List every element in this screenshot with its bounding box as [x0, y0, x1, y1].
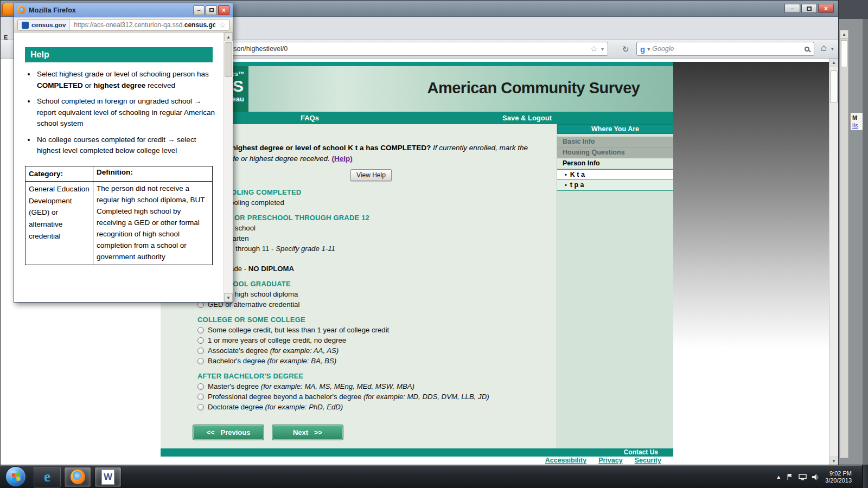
url-dropdown-icon[interactable]: ▾: [601, 46, 604, 52]
sidebar-title: Where You Are: [557, 124, 673, 134]
action-center-flag-icon[interactable]: [787, 473, 793, 480]
nav-faqs[interactable]: FAQs: [301, 114, 319, 122]
next-button[interactable]: Next >>: [272, 425, 343, 440]
word-icon: W: [101, 470, 114, 485]
maximize-button[interactable]: [801, 4, 817, 13]
main-scrollbar[interactable]: ▲ ▼: [829, 59, 838, 465]
census-favicon: [22, 22, 29, 29]
search-icon[interactable]: [805, 47, 809, 52]
popup-title: Mozilla Firefox: [29, 7, 190, 14]
popup-url-row: census.gov https://acs-oneal312.centurio…: [14, 17, 233, 33]
scroll-down-icon[interactable]: ▼: [829, 457, 838, 465]
answer-option: Master's degree (for example: MA, MS, ME…: [197, 382, 557, 390]
popup-scroll-thumb[interactable]: [225, 42, 232, 77]
help-table-row: General Education Development (GED) or a…: [25, 182, 213, 265]
bullet-icon: •: [565, 180, 567, 190]
table-header-definition: Definition:: [93, 166, 213, 182]
site-identity-chip[interactable]: census.gov: [18, 20, 70, 30]
previous-button[interactable]: << Previous: [193, 425, 264, 440]
show-desktop-button[interactable]: [862, 465, 868, 488]
radio-button[interactable]: [197, 358, 204, 364]
internet-explorer-icon: e: [44, 468, 50, 485]
taskbar-internet-explorer[interactable]: e: [34, 467, 61, 487]
view-help-button[interactable]: View Help: [350, 169, 392, 181]
sidebar-item-label: Basic Info: [563, 137, 595, 147]
answer-option: Grade 1 through 11 - Specify grade 1-11: [197, 245, 557, 253]
footer-links: AccessibilityPrivacySecurity: [161, 457, 673, 465]
scroll-up-icon[interactable]: ▲: [829, 59, 838, 67]
header-fade-image: [673, 62, 829, 348]
start-button[interactable]: [5, 466, 26, 487]
option-label: Master's degree (for example: MA, MS, ME…: [208, 382, 414, 390]
help-popup-window: Mozilla Firefox – × census.gov https://a…: [14, 3, 233, 303]
help-table: Category: Definition: General Education …: [25, 166, 213, 265]
sidebar-item[interactable]: Basic Info: [557, 137, 673, 147]
category-cell: General Education Development (GED) or a…: [25, 182, 93, 265]
taskbar: e W ▲ 9:02 PM 3/20/2013: [0, 465, 868, 488]
search-engine-caret-icon[interactable]: ▾: [647, 46, 650, 52]
nav-save-logout[interactable]: Save & Logout: [502, 114, 552, 122]
network-icon[interactable]: [799, 474, 807, 480]
site-identity-label: census.gov: [31, 22, 66, 28]
clock-date: 3/20/2013: [825, 477, 852, 484]
popup-minimize-button[interactable]: –: [193, 5, 205, 15]
footer-link[interactable]: Accessibility: [545, 457, 586, 465]
help-bullet: School completed in foreign or ungraded …: [36, 96, 216, 130]
url-prefix: https://acs-oneal312.centurion-qa.ssd.: [74, 21, 184, 29]
sidebar-item[interactable]: Person Info: [557, 158, 673, 169]
background-scroll-thumb[interactable]: [841, 40, 847, 67]
sidebar-item[interactable]: •K t a: [557, 169, 673, 180]
help-header: Help: [25, 47, 213, 62]
overflow-caret-icon[interactable]: ▾: [831, 46, 834, 52]
sidebar-item-label: K t a: [570, 170, 585, 180]
minimize-button[interactable]: –: [784, 4, 800, 13]
google-icon: g: [640, 45, 645, 53]
footer-link[interactable]: Security: [635, 457, 661, 465]
answer-option: GED or alternative credential: [197, 300, 557, 309]
help-link[interactable]: (Help): [331, 155, 352, 163]
search-box[interactable]: g ▾: [636, 42, 814, 56]
help-bullet: Select highest grade or level of schooli…: [36, 69, 216, 91]
hidden-icons-chevron[interactable]: ▲: [776, 474, 781, 480]
reload-icon[interactable]: ↻: [622, 44, 629, 54]
popup-url-bar[interactable]: census.gov https://acs-oneal312.centurio…: [17, 19, 229, 31]
popup-scrollbar[interactable]: ▲ ▼: [224, 33, 233, 302]
radio-button[interactable]: [197, 337, 204, 344]
popup-scroll-up-icon[interactable]: ▲: [224, 33, 233, 41]
answer-option: 1 or more years of college credit, no de…: [197, 336, 557, 344]
popup-close-button[interactable]: ×: [218, 5, 229, 15]
radio-button[interactable]: [197, 404, 204, 410]
search-input[interactable]: [652, 45, 802, 53]
volume-icon[interactable]: [812, 474, 820, 480]
radio-button[interactable]: [197, 327, 204, 333]
answer-option: Kindergarten: [197, 234, 557, 242]
radio-button[interactable]: [197, 348, 204, 354]
help-bullet-list: Select highest grade or level of schooli…: [36, 69, 216, 157]
bookmark-star-icon[interactable]: ☆: [219, 21, 226, 29]
popup-scroll-down-icon[interactable]: ▼: [224, 293, 233, 302]
popup-maximize-button[interactable]: [206, 5, 217, 15]
taskbar-word[interactable]: W: [94, 467, 122, 487]
popup-content: Help Select highest grade or level of sc…: [14, 33, 233, 302]
taskbar-clock[interactable]: 9:02 PM 3/20/2013: [825, 470, 852, 484]
page-title: American Community Survey: [397, 79, 671, 97]
sidebar-item[interactable]: •t p a: [557, 180, 673, 191]
footer-link[interactable]: Privacy: [598, 457, 622, 465]
popup-title-bar[interactable]: Mozilla Firefox – ×: [14, 3, 233, 17]
radio-button[interactable]: [197, 394, 204, 400]
close-icon: ×: [222, 7, 226, 14]
popup-url-text[interactable]: https://acs-oneal312.centurion-qa.ssd.ce…: [70, 21, 215, 29]
scrollbar-thumb[interactable]: [830, 70, 838, 103]
sidebar-item[interactable]: Housing Questions: [557, 147, 673, 158]
close-button[interactable]: ×: [818, 4, 834, 13]
radio-button[interactable]: [197, 383, 204, 390]
home-icon[interactable]: ⌂: [821, 42, 827, 54]
taskbar-firefox[interactable]: [64, 467, 91, 487]
help-bullet: No college courses completed for credit …: [36, 134, 216, 157]
background-scroll-up-icon[interactable]: ▲: [840, 30, 848, 38]
contact-us-link[interactable]: Contact Us: [624, 448, 658, 457]
option-label: Doctorate degree (for example: PhD, EdD): [208, 403, 343, 411]
definition-cell: The person did not receive a regular hig…: [93, 182, 213, 265]
background-scrollbar[interactable]: ▲: [840, 30, 848, 458]
bookmark-star-icon[interactable]: ☆: [590, 44, 597, 53]
